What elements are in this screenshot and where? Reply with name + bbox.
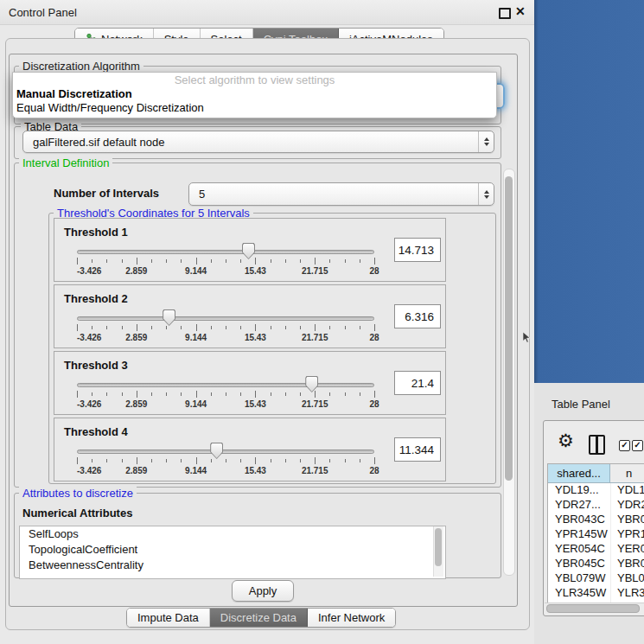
- tick-mark: [345, 459, 346, 462]
- tick-mark: [300, 459, 301, 462]
- table-cell: YLR3: [611, 586, 644, 601]
- threshold-slider[interactable]: -3.4262.8599.14415.4321.71528: [77, 241, 374, 281]
- tick-mark: [345, 259, 346, 263]
- tick-mark: [106, 259, 107, 263]
- numerical-attributes-list[interactable]: SelfLoopsTopologicalCoefficientBetweenne…: [19, 526, 446, 579]
- tick-mark: [329, 392, 330, 396]
- threshold-value-field[interactable]: [394, 371, 441, 395]
- table-data-combo[interactable]: galFiltered.sif default node: [22, 131, 494, 153]
- tick-label: 9.144: [185, 266, 207, 276]
- tick-mark: [181, 459, 182, 462]
- table-cell: YDR27...: [548, 498, 611, 513]
- checkbox-checked-icon[interactable]: ✓: [632, 440, 643, 451]
- tick-mark: [196, 391, 197, 398]
- threshold-value-field[interactable]: [394, 238, 441, 262]
- number-of-intervals-combo[interactable]: 5: [188, 182, 494, 206]
- tick-label: 15.43: [245, 399, 266, 409]
- column-header-2[interactable]: n: [610, 464, 644, 482]
- threshold-value-field[interactable]: [394, 304, 441, 328]
- attribute-item-betweennesscentrality[interactable]: BetweennessCentrality: [20, 558, 445, 573]
- table-row[interactable]: YDL19...YDL1: [548, 483, 644, 498]
- gear-icon[interactable]: ⚙: [558, 432, 574, 450]
- slider-track[interactable]: [77, 250, 374, 254]
- tick-mark: [271, 392, 271, 396]
- table-cell: YER054C: [548, 542, 611, 557]
- table-row[interactable]: YER054CYER0: [548, 542, 644, 557]
- tick-mark: [329, 259, 330, 263]
- network-frame: GAL80GACGAL11GAL4GCY1HHAP2: [534, 0, 644, 383]
- table-cell: YLR345W: [548, 586, 611, 601]
- tick-mark: [315, 258, 316, 265]
- tick-mark: [300, 259, 301, 263]
- tick-mark: [345, 326, 346, 329]
- threshold-value-field[interactable]: [394, 437, 441, 462]
- tick-mark: [300, 392, 301, 396]
- numerical-attributes-label: Numerical Attributes: [22, 507, 132, 520]
- attributes-scrollbar-thumb[interactable]: [435, 528, 442, 566]
- table-scrollbar-thumb[interactable]: [546, 604, 640, 613]
- tick-mark: [122, 459, 123, 462]
- threshold-slider[interactable]: -3.4262.8599.14415.4321.71528: [77, 441, 374, 481]
- screen: Control Panel ✕ NetworkStyleSelectCyni T…: [0, 0, 644, 644]
- tick-label: -3.426: [77, 333, 101, 342]
- column-header-1[interactable]: shared...: [548, 464, 610, 482]
- tick-mark: [374, 258, 375, 265]
- tick-label: 28: [369, 399, 379, 409]
- table-row[interactable]: YPR145WYPR1: [548, 527, 644, 542]
- table-row[interactable]: YBR045CYBR0: [548, 557, 644, 571]
- interval-definition-title: Interval Definition: [19, 156, 112, 169]
- panel-title: Control Panel: [9, 6, 77, 19]
- table-cell: YPR1: [611, 527, 644, 542]
- tick-mark: [151, 392, 152, 396]
- tick-mark: [211, 392, 212, 396]
- tick-mark: [211, 326, 212, 329]
- slider-track[interactable]: [77, 316, 374, 321]
- column-view-icon[interactable]: [589, 435, 605, 455]
- float-window-icon[interactable]: [499, 8, 511, 19]
- combo-stepper-icon[interactable]: [478, 131, 494, 152]
- bottom-tab-impute-data[interactable]: Impute Data: [127, 609, 210, 627]
- tick-mark: [329, 459, 330, 462]
- tick-mark: [77, 324, 78, 331]
- table-cell: YPR145W: [548, 527, 611, 542]
- tick-mark: [77, 457, 78, 464]
- close-icon[interactable]: ✕: [515, 4, 526, 18]
- tick-mark: [211, 259, 212, 263]
- tick-mark: [240, 259, 241, 263]
- bottom-tab-discretize-data[interactable]: Discretize Data: [210, 609, 308, 627]
- table-cell: YBR0: [611, 557, 644, 571]
- threshold-block-4: Threshold 4-3.4262.8599.14415.4321.71528: [54, 418, 446, 481]
- apply-button[interactable]: Apply: [232, 580, 294, 602]
- slider-ticks: [77, 324, 374, 332]
- tick-mark: [196, 258, 197, 265]
- threshold-slider[interactable]: -3.4262.8599.14415.4321.71528: [77, 308, 374, 348]
- table-row[interactable]: YLR345WYLR3: [548, 586, 644, 601]
- attribute-item-topologicalcoefficient[interactable]: TopologicalCoefficient: [20, 542, 445, 558]
- slider-track[interactable]: [77, 383, 374, 387]
- settings-scrollbar-thumb[interactable]: [505, 176, 513, 481]
- tick-mark: [360, 459, 360, 462]
- tick-mark: [300, 326, 301, 329]
- tick-mark: [92, 392, 92, 396]
- bottom-tab-infer-network[interactable]: Infer Network: [308, 609, 395, 627]
- algorithm-option-manual-discretization[interactable]: Manual Discretization: [16, 87, 492, 101]
- threshold-slider[interactable]: -3.4262.8599.14415.4321.71528: [77, 374, 374, 414]
- table-row[interactable]: YDR27...YDR2: [548, 498, 644, 513]
- slider-tick-labels: -3.4262.8599.14415.4321.71528: [77, 266, 374, 277]
- tick-mark: [374, 324, 375, 331]
- combo-stepper-icon[interactable]: [478, 183, 494, 205]
- table-cell: YBR043C: [548, 513, 611, 527]
- tick-mark: [77, 258, 78, 265]
- tick-label: 9.144: [185, 333, 207, 342]
- checkbox-checked-icon[interactable]: ✓: [619, 440, 630, 451]
- table-row[interactable]: YBR043CYBR0: [548, 513, 644, 527]
- table-row[interactable]: YBL079WYBL0: [548, 571, 644, 586]
- tick-mark: [226, 259, 226, 263]
- tick-label: 28: [369, 466, 379, 475]
- tick-mark: [106, 392, 107, 396]
- tick-label: -3.426: [77, 266, 101, 276]
- tick-mark: [329, 326, 330, 329]
- algorithm-option-equal-width-frequency-discretization[interactable]: Equal Width/Frequency Discretization: [16, 101, 492, 115]
- attribute-item-selfloops[interactable]: SelfLoops: [20, 526, 445, 542]
- slider-track[interactable]: [77, 450, 374, 454]
